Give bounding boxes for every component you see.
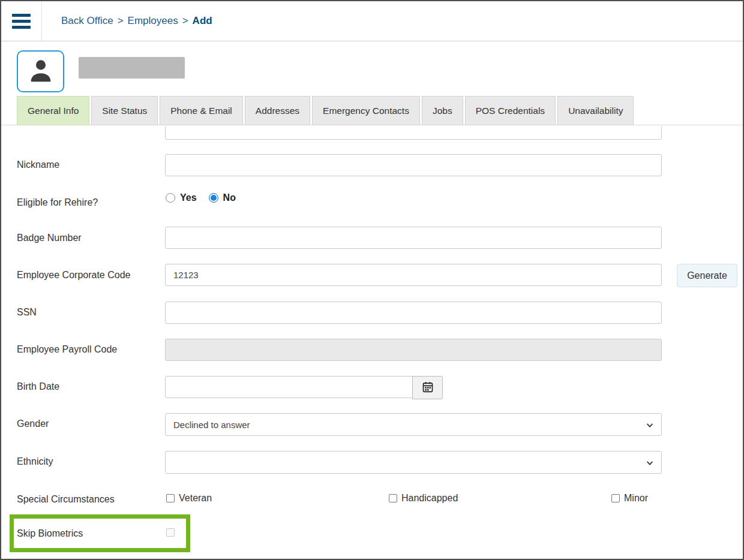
rehire-no-label[interactable]: No	[223, 192, 236, 203]
gender-selected-value: Declined to answer	[173, 420, 250, 430]
nickname-input[interactable]	[165, 154, 662, 176]
breadcrumb-current-add: Add	[193, 15, 212, 27]
ssn-label: SSN	[17, 306, 37, 318]
minor-checkbox-item: Minor	[611, 493, 648, 504]
tab-pos-credentials[interactable]: POS Credentials	[465, 96, 556, 125]
nickname-label: Nickname	[17, 159, 59, 171]
rehire-yes-label[interactable]: Yes	[180, 192, 197, 203]
breadcrumb-separator: >	[182, 15, 188, 27]
tab-phone-email[interactable]: Phone & Email	[160, 96, 243, 125]
calendar-icon	[422, 381, 434, 395]
birth-date-input[interactable]	[165, 376, 413, 398]
rehire-radio-group: Yes No	[166, 192, 243, 203]
gender-label: Gender	[17, 418, 49, 430]
partial-text-input[interactable]	[165, 127, 662, 140]
tab-bar: General Info Site Status Phone & Email A…	[17, 96, 634, 125]
hamburger-icon	[12, 20, 31, 23]
breadcrumb-employees[interactable]: Employees	[128, 15, 178, 27]
hamburger-icon	[12, 26, 31, 29]
tab-site-status[interactable]: Site Status	[91, 96, 158, 125]
badge-number-label: Badge Number	[17, 232, 82, 244]
breadcrumb-back-office[interactable]: Back Office	[61, 15, 113, 27]
tab-emergency-contacts[interactable]: Emergency Contacts	[312, 96, 420, 125]
birth-date-label: Birth Date	[17, 381, 59, 393]
ssn-input[interactable]	[165, 302, 662, 324]
tab-unavailability[interactable]: Unavailability	[557, 96, 634, 125]
veteran-label[interactable]: Veteran	[179, 493, 212, 504]
veteran-checkbox[interactable]	[166, 494, 175, 502]
tab-jobs[interactable]: Jobs	[422, 96, 463, 125]
ethnicity-select[interactable]	[165, 451, 662, 474]
hamburger-menu-button[interactable]	[1, 1, 42, 41]
gender-select[interactable]: Declined to answer	[165, 413, 662, 436]
minor-checkbox[interactable]	[611, 494, 620, 502]
special-circumstances-label: Special Circumstances	[17, 493, 115, 505]
payroll-code-label: Employee Payroll Code	[17, 344, 117, 356]
employee-name-redacted	[79, 57, 185, 79]
handicapped-checkbox-item: Handicapped	[389, 493, 458, 504]
minor-label[interactable]: Minor	[624, 493, 648, 504]
breadcrumb-separator: >	[118, 15, 124, 27]
hamburger-icon	[12, 14, 31, 17]
skip-biometrics-checkbox	[166, 528, 175, 537]
payroll-code-input	[165, 339, 662, 361]
person-icon	[26, 56, 55, 86]
breadcrumb: Back Office > Employees > Add	[61, 1, 212, 41]
employee-avatar[interactable]	[17, 50, 64, 92]
corporate-code-input[interactable]	[165, 264, 662, 286]
rehire-yes-radio[interactable]	[166, 193, 175, 203]
corporate-code-label: Employee Corporate Code	[17, 269, 130, 281]
handicapped-checkbox[interactable]	[389, 494, 397, 502]
chevron-down-icon	[646, 421, 654, 431]
date-picker-button[interactable]	[412, 376, 443, 399]
top-bar: Back Office > Employees > Add	[1, 1, 743, 41]
rehire-no-radio[interactable]	[209, 193, 218, 203]
employee-add-page: Back Office > Employees > Add General In…	[0, 0, 744, 560]
chevron-down-icon	[646, 459, 654, 469]
skip-biometrics-label: Skip Biometrics	[17, 528, 83, 540]
tab-general-info[interactable]: General Info	[17, 96, 89, 125]
tab-addresses[interactable]: Addresses	[245, 96, 310, 125]
badge-number-input[interactable]	[165, 227, 662, 249]
generate-button[interactable]: Generate	[677, 264, 737, 287]
handicapped-label[interactable]: Handicapped	[401, 493, 458, 504]
ethnicity-label: Ethnicity	[17, 456, 53, 468]
rehire-label: Eligible for Rehire?	[17, 197, 98, 209]
veteran-checkbox-item: Veteran	[166, 493, 212, 504]
clipped-input-fragment	[165, 127, 662, 140]
